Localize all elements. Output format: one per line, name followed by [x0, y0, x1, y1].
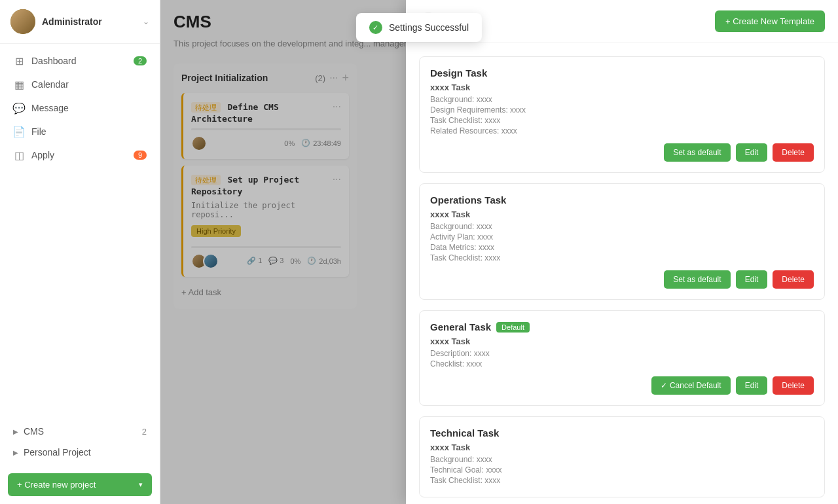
design-field-1: Design Requirements: xxxx	[430, 105, 814, 115]
ops-field-0: Background: xxxx	[430, 222, 814, 231]
general-delete-button[interactable]: Delete	[773, 376, 814, 395]
nav-label-file: File	[31, 126, 46, 137]
sidebar: Administrator ⌄ ⊞ Dashboard 2 ▦ Calendar…	[0, 0, 160, 504]
tech-field-0: Background: xxxx	[430, 455, 814, 464]
arrow-icon: ▶	[13, 428, 18, 435]
tech-field-2: Task Checklist: xxxx	[430, 476, 814, 485]
sidebar-item-message[interactable]: 💬 Message	[0, 96, 160, 120]
sidebar-item-apply[interactable]: ◫ Apply 9	[0, 143, 160, 167]
file-icon: 📄	[13, 126, 25, 137]
apply-icon: ◫	[13, 149, 25, 161]
template-operations-task: Operations Task xxxx Task Background: xx…	[419, 183, 825, 300]
operations-task-subtitle: xxxx Task	[430, 209, 814, 219]
operations-task-title: Operations Task	[430, 194, 814, 206]
general-cancel-default-button[interactable]: ✓ Cancel Default	[651, 376, 731, 395]
nav-label-calendar: Calendar	[31, 79, 69, 90]
modal-body: Design Task xxxx Task Background: xxxx D…	[406, 43, 838, 504]
template-technical-task: Technical Task xxxx Task Background: xxx…	[419, 416, 825, 497]
sidebar-item-dashboard[interactable]: ⊞ Dashboard 2	[0, 49, 160, 73]
checkmark-icon: ✓	[661, 381, 667, 390]
chevron-icon: ⌄	[143, 17, 149, 26]
design-task-subtitle: xxxx Task	[430, 82, 814, 92]
general-edit-button[interactable]: Edit	[736, 376, 768, 395]
user-profile[interactable]: Administrator ⌄	[0, 0, 160, 44]
sidebar-item-file[interactable]: 📄 File	[0, 120, 160, 143]
project-label-cms: CMS	[24, 426, 44, 437]
dropdown-arrow-icon: ▾	[139, 480, 143, 489]
nav-label-dashboard: Dashboard	[31, 56, 77, 66]
general-field-1: Checklist: xxxx	[430, 359, 814, 369]
nav-label-apply: Apply	[31, 150, 54, 160]
technical-task-subtitle: xxxx Task	[430, 442, 814, 452]
design-field-3: Related Resources: xxxx	[430, 126, 814, 135]
project-label-personal: Personal Project	[24, 447, 91, 458]
create-project-label: + Create new project	[17, 480, 96, 490]
projects-section: ▶ CMS 2 ▶ Personal Project	[0, 418, 160, 465]
general-field-0: Description: xxxx	[430, 349, 814, 358]
ops-set-default-button[interactable]: Set as default	[664, 270, 730, 289]
template-design-task: Design Task xxxx Task Background: xxxx D…	[419, 56, 825, 173]
design-delete-button[interactable]: Delete	[773, 143, 814, 162]
design-field-2: Task Checklist: xxxx	[430, 116, 814, 125]
user-name: Administrator	[42, 16, 136, 27]
project-item-cms[interactable]: ▶ CMS 2	[0, 421, 160, 442]
ops-field-1: Activity Plan: xxxx	[430, 232, 814, 242]
default-badge: Default	[496, 322, 530, 333]
tech-field-1: Technical Goal: xxxx	[430, 465, 814, 475]
nav-label-message: Message	[31, 103, 69, 113]
cms-badge: 2	[142, 427, 147, 437]
project-item-personal[interactable]: ▶ Personal Project	[0, 442, 160, 463]
template-modal: × ...te + Create New Template Design Tas…	[406, 0, 838, 504]
operations-task-actions: Set as default Edit Delete	[430, 270, 814, 289]
ops-field-2: Data Metrics: xxxx	[430, 243, 814, 252]
create-template-label: + Create New Template	[725, 16, 814, 26]
nav-menu: ⊞ Dashboard 2 ▦ Calendar 💬 Message 📄 Fil…	[0, 44, 160, 418]
design-task-title: Design Task	[430, 67, 814, 79]
create-new-template-button[interactable]: + Create New Template	[715, 10, 825, 32]
modal-title: ...te	[445, 14, 715, 29]
ops-delete-button[interactable]: Delete	[773, 270, 814, 289]
general-task-title: General Task Default	[430, 321, 814, 333]
dashboard-badge: 2	[134, 56, 147, 65]
avatar	[10, 9, 35, 34]
design-edit-button[interactable]: Edit	[736, 143, 768, 162]
apply-badge: 9	[134, 151, 147, 160]
design-field-0: Background: xxxx	[430, 95, 814, 104]
design-set-default-button[interactable]: Set as default	[664, 143, 730, 162]
toast-notification: ✓ Settings Successful	[356, 13, 482, 42]
ops-field-3: Task Checklist: xxxx	[430, 253, 814, 262]
design-task-actions: Set as default Edit Delete	[430, 143, 814, 162]
sidebar-item-calendar[interactable]: ▦ Calendar	[0, 73, 160, 96]
arrow-icon-2: ▶	[13, 449, 18, 456]
calendar-icon: ▦	[13, 79, 25, 90]
toast-message: Settings Successful	[389, 22, 469, 33]
message-icon: 💬	[13, 102, 25, 114]
template-general-task: General Task Default xxxx Task Descripti…	[419, 310, 825, 406]
general-task-subtitle: xxxx Task	[430, 336, 814, 346]
toast-success-icon: ✓	[369, 21, 382, 34]
ops-edit-button[interactable]: Edit	[736, 270, 768, 289]
grid-icon: ⊞	[13, 55, 25, 67]
technical-task-title: Technical Task	[430, 427, 814, 439]
create-project-button[interactable]: + Create new project ▾	[8, 473, 152, 496]
general-task-actions: ✓ Cancel Default Edit Delete	[430, 376, 814, 395]
